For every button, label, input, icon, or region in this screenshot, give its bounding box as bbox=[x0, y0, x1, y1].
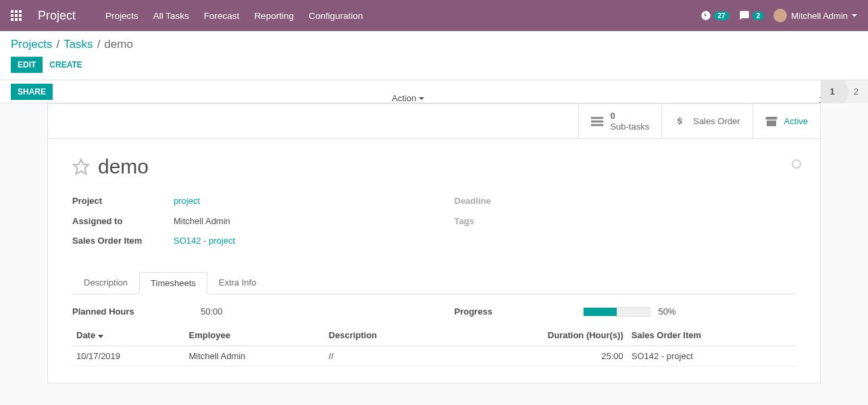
progress-percent: 50% bbox=[659, 306, 676, 317]
progress-fill bbox=[584, 308, 617, 316]
value-planned-hours: 50:00 bbox=[201, 306, 223, 317]
action-dropdown[interactable]: Action bbox=[392, 93, 424, 103]
sales-order-button[interactable]: Sales Order bbox=[661, 104, 752, 138]
label-assigned: Assigned to bbox=[72, 213, 174, 229]
cell-so-item: SO142 - project bbox=[628, 346, 796, 367]
svg-rect-5 bbox=[19, 14, 22, 17]
cell-employee: Mitchell Admin bbox=[185, 346, 325, 367]
label-deadline: Deadline bbox=[455, 193, 556, 209]
nav-all-tasks[interactable]: All Tasks bbox=[153, 11, 189, 21]
label-tags: Tags bbox=[455, 213, 556, 229]
form-sheet: 0 Sub-tasks Sales Order Active demo bbox=[47, 103, 821, 383]
svg-rect-10 bbox=[591, 120, 603, 122]
breadcrumb-current: demo bbox=[104, 38, 133, 51]
list-icon bbox=[591, 117, 603, 126]
breadcrumb-projects[interactable]: Projects bbox=[11, 38, 52, 51]
sort-desc-icon bbox=[98, 335, 103, 338]
svg-rect-4 bbox=[15, 14, 18, 17]
user-menu[interactable]: Mitchell Admin bbox=[773, 9, 857, 22]
edit-button[interactable]: Edit bbox=[11, 57, 43, 73]
breadcrumb: Projects / Tasks / demo bbox=[11, 38, 857, 51]
nav-projects[interactable]: Projects bbox=[105, 11, 138, 21]
stat-buttons: 0 Sub-tasks Sales Order Active bbox=[48, 104, 820, 139]
task-title: demo bbox=[98, 155, 149, 178]
table-row[interactable]: 10/17/2019 Mitchell Admin // 25:00 SO142… bbox=[72, 346, 796, 367]
th-duration[interactable]: Duration (Hour(s)) bbox=[446, 325, 628, 346]
chevron-down-icon bbox=[419, 97, 424, 100]
archive-icon bbox=[765, 117, 777, 126]
chevron-down-icon bbox=[852, 14, 857, 17]
kanban-state-button[interactable] bbox=[792, 159, 801, 169]
nav-configuration[interactable]: Configuration bbox=[309, 11, 363, 21]
nav-forecast[interactable]: Forecast bbox=[204, 11, 240, 21]
th-employee[interactable]: Employee bbox=[185, 325, 325, 346]
svg-marker-14 bbox=[74, 159, 88, 174]
active-button[interactable]: Active bbox=[752, 104, 820, 138]
label-progress: Progress bbox=[455, 306, 556, 317]
label-so-item: Sales Order Item bbox=[72, 233, 174, 248]
create-button[interactable]: Create bbox=[43, 57, 88, 73]
tab-description[interactable]: Description bbox=[72, 271, 139, 294]
share-button[interactable]: Share bbox=[11, 84, 53, 100]
cell-duration: 25:00 bbox=[446, 346, 628, 367]
stage-steps: 1 2 bbox=[821, 80, 868, 103]
nav-menu: Projects All Tasks Forecast Reporting Co… bbox=[105, 11, 700, 21]
svg-rect-2 bbox=[19, 10, 22, 13]
dollar-icon bbox=[674, 117, 686, 126]
svg-rect-8 bbox=[19, 18, 22, 21]
subtasks-count: 0 bbox=[610, 111, 649, 122]
form-col-right: Deadline Tags bbox=[455, 193, 796, 252]
sheet-body: demo Project project Assigned to Mitchel… bbox=[48, 139, 820, 383]
sheet-wrap: 0 Sub-tasks Sales Order Active demo bbox=[0, 103, 868, 383]
nav-right: 27 2 Mitchell Admin bbox=[700, 9, 858, 22]
value-project[interactable]: project bbox=[174, 196, 200, 206]
svg-rect-9 bbox=[591, 117, 603, 119]
breadcrumb-sep: / bbox=[56, 38, 59, 51]
subtasks-label: Sub-tasks bbox=[610, 122, 649, 132]
tab-extra-info[interactable]: Extra Info bbox=[207, 271, 268, 294]
clock-icon bbox=[700, 10, 711, 21]
top-navbar: Project Projects All Tasks Forecast Repo… bbox=[0, 0, 868, 31]
messages-button[interactable]: 2 bbox=[739, 10, 765, 21]
form-columns: Project project Assigned to Mitchell Adm… bbox=[72, 193, 796, 252]
form-col-left: Project project Assigned to Mitchell Adm… bbox=[72, 193, 414, 252]
breadcrumb-tasks[interactable]: Tasks bbox=[63, 38, 93, 51]
control-bar: Projects / Tasks / demo Edit Create Acti… bbox=[0, 31, 868, 80]
svg-rect-1 bbox=[15, 10, 18, 13]
activities-count: 27 bbox=[714, 11, 730, 20]
tab-timesheets[interactable]: Timesheets bbox=[139, 272, 207, 294]
breadcrumb-sep: / bbox=[97, 38, 101, 51]
svg-rect-3 bbox=[11, 14, 14, 17]
action-label: Action bbox=[392, 93, 416, 103]
value-assigned: Mitchell Admin bbox=[174, 213, 230, 229]
messages-count: 2 bbox=[752, 11, 765, 20]
activities-button[interactable]: 27 bbox=[700, 10, 730, 21]
nav-reporting[interactable]: Reporting bbox=[254, 11, 294, 21]
svg-rect-11 bbox=[591, 124, 603, 126]
apps-grid-icon[interactable] bbox=[11, 10, 22, 21]
subtasks-button[interactable]: 0 Sub-tasks bbox=[578, 104, 661, 138]
svg-rect-0 bbox=[11, 10, 14, 13]
label-planned-hours: Planned Hours bbox=[72, 306, 174, 317]
th-so-item[interactable]: Sales Order Item bbox=[628, 325, 796, 346]
user-name: Mitchell Admin bbox=[791, 11, 848, 21]
timesheet-table: Date Employee Description Duration (Hour… bbox=[72, 325, 796, 367]
th-date[interactable]: Date bbox=[72, 325, 185, 346]
avatar bbox=[773, 9, 787, 22]
th-description[interactable]: Description bbox=[325, 325, 446, 346]
stage-bar: Share 1 2 bbox=[0, 80, 868, 103]
label-project: Project bbox=[72, 193, 174, 209]
sales-order-label: Sales Order bbox=[693, 116, 740, 126]
value-so-item[interactable]: SO142 - project bbox=[174, 236, 235, 246]
timesheet-summary: Planned Hours 50:00 Progress 50% bbox=[72, 306, 796, 317]
app-brand[interactable]: Project bbox=[38, 9, 76, 23]
chat-icon bbox=[739, 10, 750, 21]
progress-bar bbox=[583, 307, 650, 317]
svg-rect-12 bbox=[765, 117, 777, 119]
cell-date: 10/17/2019 bbox=[72, 346, 185, 367]
star-icon[interactable] bbox=[72, 158, 90, 176]
stage-1[interactable]: 1 bbox=[821, 80, 844, 103]
cell-description: // bbox=[325, 346, 446, 367]
tabs: Description Timesheets Extra Info bbox=[72, 271, 796, 294]
title-row: demo bbox=[72, 155, 796, 178]
